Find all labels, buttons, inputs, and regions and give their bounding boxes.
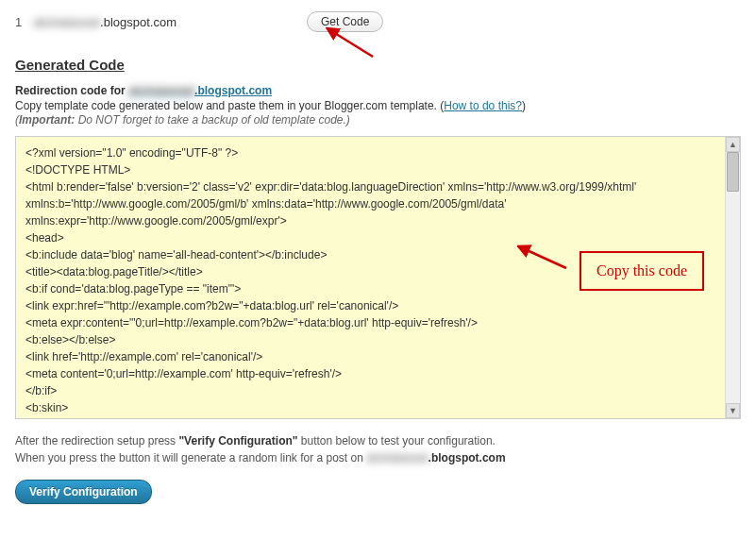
blog-domain: akshalaswal.blogspot.com	[33, 15, 176, 29]
after-instructions: After the redirection setup press "Verif…	[15, 432, 741, 466]
scrollbar[interactable]: ▲ ▼	[725, 137, 740, 418]
redirection-label: Redirection code for akshalaswal.blogspo…	[15, 84, 741, 97]
scroll-down-arrow[interactable]: ▼	[726, 403, 740, 418]
domain-suffix: .blogspot.com	[100, 15, 176, 29]
scroll-track[interactable]	[726, 152, 740, 403]
important-note: (Important: Do NOT forget to take a back…	[15, 113, 741, 127]
get-code-button[interactable]: Get Code	[307, 11, 383, 32]
blurred-subdomain: akshalaswal	[33, 15, 100, 29]
svg-line-1	[333, 32, 373, 57]
blurred-subdomain: akshalaswal	[128, 84, 194, 97]
blurred-subdomain: akshalaswal	[366, 451, 428, 464]
scroll-thumb[interactable]	[727, 152, 739, 192]
generated-code-textarea[interactable]: <?xml version="1.0" encoding="UTF-8" ?> …	[16, 137, 725, 418]
verify-configuration-button[interactable]: Verify Configuration	[15, 480, 152, 504]
top-row: 1 akshalaswal.blogspot.com Get Code	[15, 11, 741, 32]
list-number: 1	[15, 15, 22, 29]
scroll-up-arrow[interactable]: ▲	[726, 137, 740, 152]
code-box: <?xml version="1.0" encoding="UTF-8" ?> …	[15, 136, 741, 419]
howto-link[interactable]: How to do this?	[444, 99, 522, 112]
redirection-prefix: Redirection code for	[15, 84, 128, 97]
instruction-text: Copy template code generated below and p…	[15, 99, 741, 112]
section-title: Generated Code	[15, 57, 741, 73]
redirection-domain-link[interactable]: akshalaswal.blogspot.com	[128, 84, 272, 97]
domain-suffix: .blogspot.com	[194, 84, 272, 97]
